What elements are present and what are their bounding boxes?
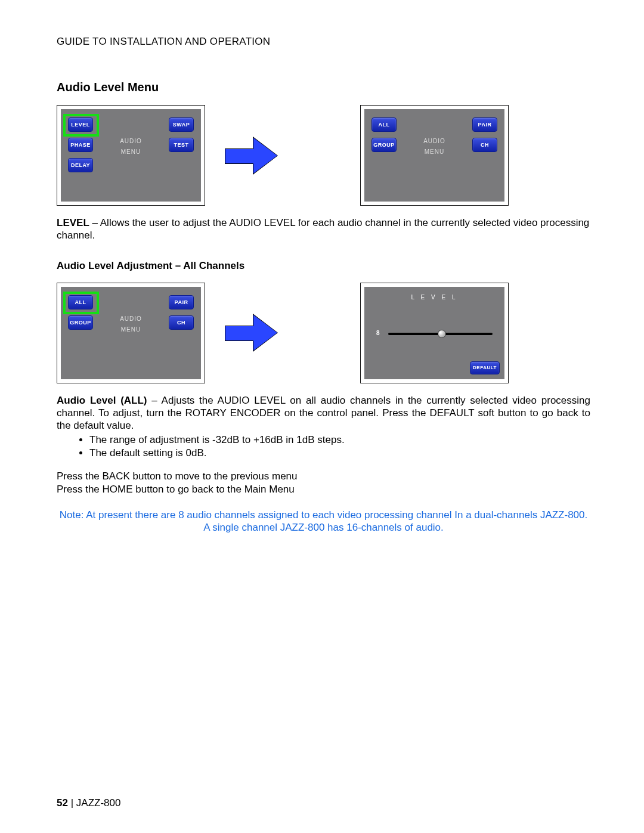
menu-label-line1: AUDIO: [61, 138, 201, 144]
doc-header: GUIDE TO INSTALLATION AND OPERATION: [57, 36, 590, 48]
pair-button[interactable]: PAIR: [472, 117, 497, 132]
all-button[interactable]: ALL: [371, 117, 397, 132]
para-level: LEVEL – Allows the user to adjust the AU…: [57, 216, 590, 242]
menu-label-line2: MENU: [61, 148, 201, 155]
menu-label-line2c: MENU: [61, 326, 201, 333]
audio-menu-screen-target: ALL GROUP PAIR CH AUDIO MENU: [364, 109, 504, 202]
menu-label-line1c: AUDIO: [61, 315, 201, 322]
delay-button[interactable]: DELAY: [68, 158, 93, 172]
sub-title: Audio Level Adjustment – All Channels: [57, 260, 590, 272]
para-back: Press the BACK button to move to the pre…: [57, 470, 590, 482]
note-text: Note: At present there are 8 audio chann…: [57, 509, 590, 534]
pair-button-2[interactable]: PAIR: [169, 295, 194, 309]
all-button-2[interactable]: ALL: [68, 295, 93, 309]
level-slider-screen: L E V E L 8 DEFAULT: [364, 287, 504, 379]
bullet-range: The range of adjustment is -32dB to +16d…: [89, 434, 590, 446]
slider-value: 8: [376, 330, 380, 336]
arrow-right-2: [205, 315, 298, 351]
level-button[interactable]: LEVEL: [68, 117, 93, 132]
para-audio-level-all: Audio Level (ALL) – Adjusts the AUDIO LE…: [57, 394, 590, 432]
bullet-default: The default setting is 0dB.: [89, 447, 590, 459]
audio-menu-screen-source: LEVEL PHASE DELAY SWAP TEST AUDIO MENU: [61, 109, 201, 202]
screen-frame-1-left: LEVEL PHASE DELAY SWAP TEST AUDIO MENU: [57, 105, 205, 206]
menu-label-line1b: AUDIO: [364, 138, 504, 144]
screen-frame-1-right: ALL GROUP PAIR CH AUDIO MENU: [360, 105, 509, 206]
level-slider-knob[interactable]: [438, 330, 446, 338]
section-title: Audio Level Menu: [57, 80, 590, 94]
swap-button[interactable]: SWAP: [169, 117, 194, 132]
screen-frame-2-right: L E V E L 8 DEFAULT: [360, 283, 509, 383]
menu-label-line2b: MENU: [364, 148, 504, 155]
screen-frame-2-left: ALL GROUP PAIR CH AUDIO MENU: [57, 283, 205, 383]
slider-title: L E V E L: [364, 294, 504, 301]
bullets: The range of adjustment is -32dB to +16d…: [89, 434, 590, 459]
para-home: Press the HOME button to go back to the …: [57, 483, 590, 496]
default-button[interactable]: DEFAULT: [470, 361, 500, 374]
arrow-right-1: [205, 138, 298, 174]
audio-level-submenu-screen: ALL GROUP PAIR CH AUDIO MENU: [61, 287, 201, 379]
page-footer: 52 | JAZZ-800: [57, 797, 120, 809]
